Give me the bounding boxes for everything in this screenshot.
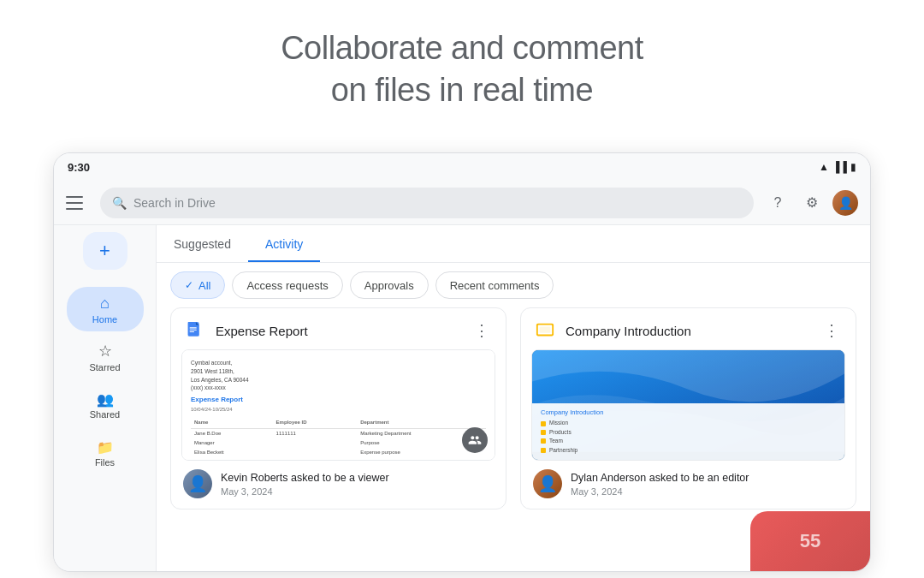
status-time: 9:30 — [68, 161, 90, 174]
wifi-icon: ▲ — [819, 161, 829, 173]
chip-access-requests[interactable]: Access requests — [232, 271, 342, 299]
tab-suggested[interactable]: Suggested — [157, 225, 248, 262]
search-bar[interactable]: 🔍 Search in Drive — [100, 188, 754, 218]
table-header-name: Name — [191, 417, 273, 429]
chip-recent-comments-label: Recent comments — [450, 279, 540, 292]
pres-item-partnership: Partnership — [541, 446, 836, 455]
cards-grid: Expense Report ⋮ Cymbal account,2901 Wes… — [157, 307, 870, 523]
expense-report-header: Expense Report ⋮ — [171, 308, 506, 349]
home-label: Home — [92, 314, 117, 325]
pres-item-team: Team — [541, 437, 836, 445]
expense-report-more-button[interactable]: ⋮ — [470, 319, 494, 343]
check-icon: ✓ — [185, 279, 193, 291]
expense-activity-date: May 3, 2024 — [221, 486, 389, 497]
pres-team-text: Team — [549, 437, 563, 445]
kevin-avatar-icon: 👤 — [188, 474, 207, 493]
expense-company-info: Cymbal account,2901 West 118th,Los Angel… — [191, 359, 486, 392]
expense-report-thumb-title: Expense Report — [191, 395, 486, 405]
pres-content-title: Company Introduction — [541, 408, 836, 416]
pres-partnership-text: Partnership — [549, 446, 578, 455]
tab-activity-label: Activity — [265, 237, 303, 251]
search-icon: 🔍 — [112, 196, 127, 210]
fab-button[interactable]: + — [83, 232, 127, 270]
bullet-icon — [541, 421, 546, 426]
bullet-icon — [541, 448, 546, 453]
company-activity-date: May 3, 2024 — [571, 486, 749, 497]
files-label: Files — [95, 457, 115, 468]
bullet-icon — [541, 430, 546, 435]
chip-recent-comments[interactable]: Recent comments — [435, 271, 554, 299]
docs-icon — [183, 319, 207, 343]
home-icon: ⌂ — [100, 295, 110, 313]
expense-report-title-row: Expense Report — [183, 319, 308, 343]
svg-rect-2 — [190, 327, 197, 328]
sidebar-item-starred[interactable]: ☆ Starred — [67, 335, 144, 379]
main-layout: + ⌂ Home ☆ Starred 👥 Shared 📁 Files — [54, 225, 870, 572]
files-icon: 📁 — [97, 439, 114, 456]
table-cell-name: Jane B.Doe — [191, 429, 273, 439]
pres-mission-text: Mission — [549, 419, 568, 427]
presentation-background: Company Introduction Mission Products — [532, 350, 844, 460]
tab-activity[interactable]: Activity — [248, 225, 320, 262]
company-intro-header: Company Introduction ⋮ — [521, 308, 856, 349]
tabs-row: Suggested Activity — [157, 225, 870, 263]
pres-content-overlay: Company Introduction Mission Products — [532, 403, 844, 460]
shared-label: Shared — [90, 409, 120, 420]
expense-activity-row: 👤 Kevin Roberts asked to be a viewer May… — [171, 461, 506, 509]
bullet-icon — [541, 438, 546, 444]
status-bar: 9:30 ▲ ▐▐ ▮ — [54, 153, 870, 181]
status-icons: ▲ ▐▐ ▮ — [819, 161, 856, 173]
avatar-placeholder: 👤 — [838, 196, 853, 210]
company-activity-text: Dylan Anderson asked to be an editor — [571, 471, 749, 485]
plus-icon: + — [99, 240, 110, 262]
svg-rect-4 — [190, 331, 195, 332]
menu-button[interactable] — [66, 191, 90, 215]
help-button[interactable]: ? — [764, 189, 791, 217]
hamburger-line — [66, 208, 83, 210]
table-cell-empid: 1111111 — [273, 429, 358, 439]
watermark: 55 — [750, 511, 870, 571]
svg-rect-3 — [190, 330, 197, 331]
company-intro-title-row: Company Introduction — [533, 319, 691, 343]
company-intro-title: Company Introduction — [566, 324, 691, 338]
hamburger-line — [66, 202, 83, 204]
search-placeholder: Search in Drive — [133, 196, 216, 210]
company-activity-info: Dylan Anderson asked to be an editor May… — [571, 471, 749, 497]
hero-line2: on files in real time — [331, 72, 593, 108]
kevin-avatar: 👤 — [183, 469, 212, 498]
top-bar: 🔍 Search in Drive ? ⚙ 👤 — [54, 181, 870, 225]
sidebar-item-files[interactable]: 📁 Files — [67, 431, 144, 475]
sidebar-item-home[interactable]: ⌂ Home — [67, 287, 144, 331]
tab-suggested-label: Suggested — [174, 237, 231, 251]
expense-date: 10/04/24-10/25/24 — [191, 406, 486, 414]
hamburger-line — [66, 196, 83, 198]
slides-icon — [533, 319, 557, 343]
hero-line1: Collaborate and comment — [281, 30, 643, 66]
company-intro-thumbnail: Company Introduction Mission Products — [531, 349, 845, 461]
top-bar-actions: ? ⚙ 👤 — [764, 189, 858, 217]
user-avatar[interactable]: 👤 — [832, 190, 858, 216]
sidebar: + ⌂ Home ☆ Starred 👥 Shared 📁 Files — [54, 225, 157, 572]
company-intro-card[interactable]: Company Introduction ⋮ — [520, 307, 856, 509]
table-header-empid: Employee ID — [273, 417, 358, 429]
hero-title: Collaborate and comment on files in real… — [0, 0, 924, 112]
dylan-avatar: 👤 — [533, 469, 562, 498]
company-intro-more-button[interactable]: ⋮ — [820, 319, 844, 343]
company-activity-row: 👤 Dylan Anderson asked to be an editor M… — [521, 461, 856, 509]
sidebar-item-shared[interactable]: 👥 Shared — [67, 383, 144, 427]
help-icon: ? — [774, 195, 782, 211]
table-cell-manager: Elisa Beckett — [191, 448, 273, 457]
settings-button[interactable]: ⚙ — [798, 189, 826, 217]
expense-activity-info: Kevin Roberts asked to be a viewer May 3… — [221, 471, 389, 497]
expense-report-card[interactable]: Expense Report ⋮ Cymbal account,2901 Wes… — [170, 307, 506, 509]
shared-icon: 👥 — [97, 391, 114, 408]
chip-approvals[interactable]: Approvals — [350, 271, 429, 299]
device-frame: 9:30 ▲ ▐▐ ▮ 🔍 Search in Drive ? ⚙ 👤 — [53, 152, 871, 572]
table-header-dept: Department — [357, 417, 486, 429]
expense-report-thumbnail: Cymbal account,2901 West 118th,Los Angel… — [181, 349, 495, 461]
chip-all-label: All — [198, 279, 210, 292]
watermark-text: 55 — [800, 530, 820, 552]
pres-products-text: Products — [549, 428, 572, 437]
pres-item-mission: Mission — [541, 419, 836, 427]
chip-all[interactable]: ✓ All — [170, 271, 225, 299]
